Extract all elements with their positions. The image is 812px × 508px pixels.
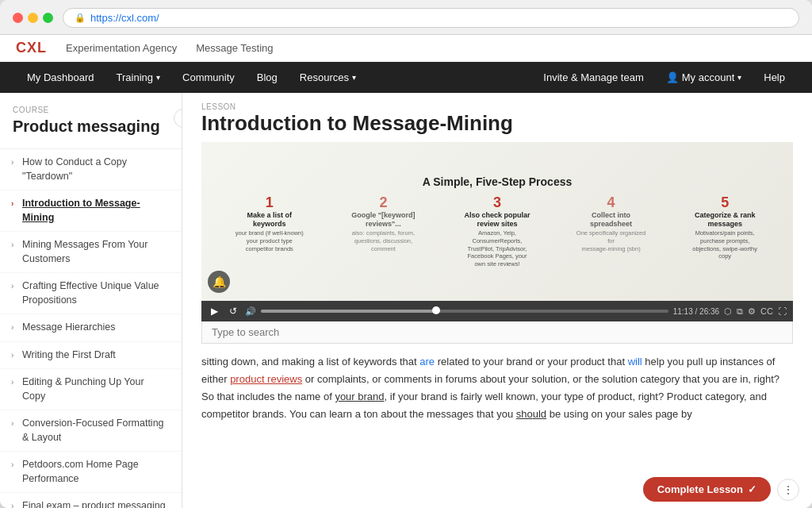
traffic-lights xyxy=(13,13,53,23)
chevron-right-icon: › xyxy=(11,157,13,168)
sidebar-item-mining-messages[interactable]: › Mining Messages From Your Customers xyxy=(0,232,182,273)
transcript-underline-your-brand: your brand xyxy=(335,391,384,402)
sidebar-item-formatting[interactable]: › Conversion-Focused Formatting & Layout xyxy=(0,410,182,452)
step-2-title: Google "[keyword] reviews"... xyxy=(347,211,419,229)
volume-icon[interactable]: 🔊 xyxy=(245,306,256,317)
step-4-title: Collect into spreadsheet xyxy=(576,211,647,229)
sidebar-item-message-mining[interactable]: › Introduction to Message-Mining xyxy=(0,190,182,232)
chevron-down-icon: ▾ xyxy=(737,73,741,82)
nav-training[interactable]: Training ▾ xyxy=(105,62,171,93)
chevron-right-icon: › xyxy=(11,322,13,333)
main-nav: My Dashboard Training ▾ Community Blog R… xyxy=(0,62,812,93)
transcript-underline-uld: uld xyxy=(533,408,546,420)
step-5-desc: Motivators/pain points, purchase prompts… xyxy=(689,229,760,260)
diagram: A Simple, Five-Step Process 1 Make a lis… xyxy=(214,175,780,268)
nav-help[interactable]: Help xyxy=(753,62,796,93)
diagram-steps: 1 Make a list of keywords your brand (if… xyxy=(214,194,780,268)
picture-in-picture-icon[interactable]: ⧉ xyxy=(737,306,743,317)
transcript: sitting down, and making a list of keywo… xyxy=(182,344,812,471)
transcript-highlight-will: will xyxy=(628,356,642,368)
bottom-bar: Complete Lesson ✓ ⋮ xyxy=(630,471,812,508)
step-1-title: Make a list of keywords xyxy=(234,211,305,229)
more-options-button[interactable]: ⋮ xyxy=(777,479,799,501)
sidebar-item-editing[interactable]: › Editing & Punching Up Your Copy xyxy=(0,369,182,410)
minimize-button[interactable] xyxy=(28,13,38,23)
chevron-down-icon: ▾ xyxy=(352,73,356,82)
step-5-number: 5 xyxy=(689,194,760,211)
video-controls: ▶ ↺ 🔊 11:13 / 26:36 ⬡ ⧉ ⚙ CC xyxy=(201,301,793,321)
cxl-logo[interactable]: CXL xyxy=(16,40,47,56)
lock-icon: 🔒 xyxy=(75,13,86,23)
course-label: COURSE xyxy=(0,106,182,114)
step-3-title: Also check popular review sites xyxy=(462,211,533,229)
nav-resources[interactable]: Resources ▾ xyxy=(289,62,367,93)
top-nav-message-testing[interactable]: Message Testing xyxy=(196,42,273,54)
content-area: ‹ COURSE Product messaging › How to Cond… xyxy=(0,93,812,508)
transcript-highlight-are: are xyxy=(419,356,435,368)
sidebar-item-first-draft[interactable]: › Writing the First Draft xyxy=(0,342,182,370)
settings-icon[interactable]: ⚙ xyxy=(748,306,756,317)
video-container: A Simple, Five-Step Process 1 Make a lis… xyxy=(201,142,793,321)
progress-bar[interactable] xyxy=(261,310,668,313)
progress-dot xyxy=(432,306,440,314)
lesson-area: LESSON Introduction to Message-Mining A … xyxy=(182,93,812,508)
step-4: 4 Collect into spreadsheet One specifica… xyxy=(576,194,647,253)
step-1: 1 Make a list of keywords your brand (if… xyxy=(234,194,305,253)
nav-dashboard[interactable]: My Dashboard xyxy=(16,62,105,93)
play-button[interactable]: ▶ xyxy=(208,304,221,318)
main-nav-left: My Dashboard Training ▾ Community Blog R… xyxy=(16,62,367,93)
complete-lesson-button[interactable]: Complete Lesson ✓ xyxy=(643,477,771,502)
sidebar-item-petdoors[interactable]: › Petdoors.com Home Page Performance xyxy=(0,452,182,493)
address-bar[interactable]: 🔒 https://cxl.com/ xyxy=(63,8,799,28)
diagram-title: A Simple, Five-Step Process xyxy=(214,175,780,188)
course-title: Product messaging xyxy=(0,114,182,149)
sidebar-item-final-exam[interactable]: › Final exam – product messaging & sales… xyxy=(0,493,182,508)
step-3: 3 Also check popular review sites Amazon… xyxy=(462,194,533,268)
top-nav-experimentation[interactable]: Experimentation Agency xyxy=(66,42,177,54)
chevron-right-icon: › xyxy=(11,377,13,388)
nav-blog[interactable]: Blog xyxy=(246,62,289,93)
chevron-right-icon: › xyxy=(11,460,13,471)
main-nav-right: Invite & Manage team 👤 My account ▾ Help xyxy=(532,62,796,93)
chevron-right-icon: › xyxy=(11,501,13,508)
chevron-down-icon: ▾ xyxy=(156,73,160,82)
sidebar-item-uvp[interactable]: › Crafting Effective Unique Value Propos… xyxy=(0,273,182,314)
lesson-title: Introduction to Message-Mining xyxy=(201,111,793,136)
maximize-button[interactable] xyxy=(43,13,53,23)
time-display: 11:13 / 26:36 xyxy=(673,307,719,316)
chevron-right-icon: › xyxy=(11,240,13,251)
lesson-header: LESSON Introduction to Message-Mining xyxy=(182,93,812,142)
url-text: https://cxl.com/ xyxy=(90,12,159,24)
nav-community[interactable]: Community xyxy=(171,62,246,93)
fullscreen-icon[interactable]: ⛶ xyxy=(778,306,787,316)
cast-icon[interactable]: ⬡ xyxy=(724,306,732,317)
step-3-desc: Amazon, Yelp, ConsumerReports, TrustPilo… xyxy=(462,229,533,268)
browser-chrome: 🔒 https://cxl.com/ xyxy=(0,0,812,35)
close-button[interactable] xyxy=(13,13,23,23)
transcript-underline-should: sho xyxy=(516,408,533,420)
progress-fill xyxy=(261,310,436,313)
step-5-title: Categorize & rank messages xyxy=(689,211,760,229)
video-bell-overlay[interactable]: 🔔 xyxy=(208,271,230,293)
sidebar-item-teardown[interactable]: › How to Conduct a Copy "Teardown" xyxy=(0,149,182,190)
step-2-number: 2 xyxy=(347,194,419,211)
sidebar: ‹ COURSE Product messaging › How to Cond… xyxy=(0,93,182,508)
step-3-number: 3 xyxy=(462,194,533,211)
search-input[interactable] xyxy=(201,321,793,344)
cc-icon[interactable]: CC xyxy=(760,306,773,316)
video-content: A Simple, Five-Step Process 1 Make a lis… xyxy=(201,142,793,301)
step-2-desc: also: complaints, forum, questions, disc… xyxy=(347,229,419,252)
chevron-right-icon: › xyxy=(11,418,13,429)
chevron-right-icon: › xyxy=(11,198,13,210)
skip-back-button[interactable]: ↺ xyxy=(226,304,240,318)
nav-invite[interactable]: Invite & Manage team xyxy=(532,62,654,93)
step-4-number: 4 xyxy=(576,194,647,211)
lesson-area-wrapper: LESSON Introduction to Message-Mining A … xyxy=(182,93,812,508)
sidebar-item-hierarchies[interactable]: › Message Hierarchies xyxy=(0,314,182,342)
chevron-right-icon: › xyxy=(11,281,13,292)
check-icon: ✓ xyxy=(748,483,756,495)
user-icon: 👤 xyxy=(666,71,679,83)
lesson-label: LESSON xyxy=(201,102,793,111)
transcript-highlight-product-reviews: product reviews xyxy=(230,373,302,385)
nav-account[interactable]: 👤 My account ▾ xyxy=(655,62,753,93)
